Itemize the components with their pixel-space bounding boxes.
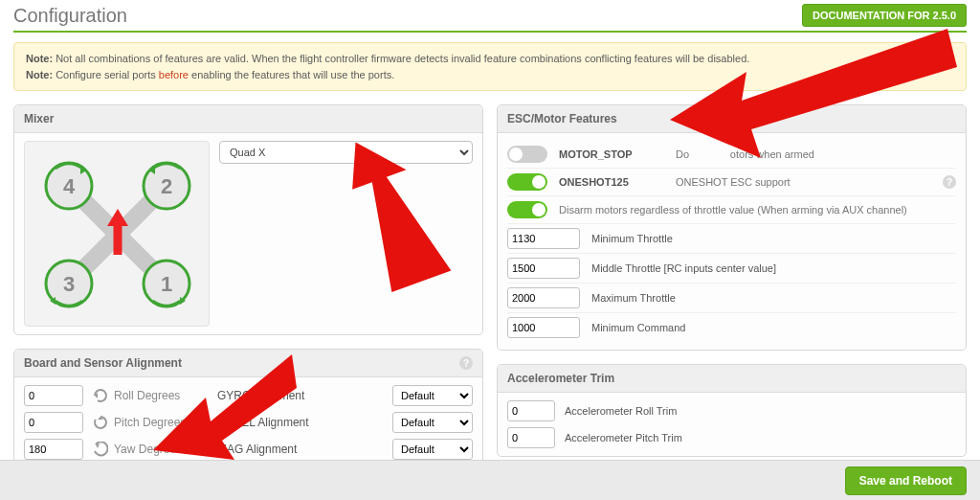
motor-stop-name: MOTOR_STOP	[559, 148, 664, 160]
mixer-diagram: 4 2	[24, 141, 210, 327]
disarm-toggle[interactable]	[507, 201, 547, 218]
gyro-alignment-select[interactable]: Default	[392, 385, 473, 406]
accel-trim-header: Accelerometer Trim	[498, 365, 966, 393]
motor-3-label: 3	[63, 272, 75, 296]
yaw-icon	[93, 442, 108, 457]
disarm-desc: Disarm motors regardless of throttle val…	[559, 204, 956, 216]
yaw-degrees-input[interactable]	[24, 439, 83, 460]
notice-box: Note: Not all combinations of features a…	[13, 42, 967, 91]
accel-roll-label: Accelerometer Roll Trim	[565, 405, 956, 417]
esc-panel-header: ESC/Motor Features	[498, 105, 966, 133]
oneshot-toggle[interactable]	[507, 173, 547, 191]
gyro-alignment-label: GYRO Alignment	[217, 389, 383, 402]
motor-stop-toggle[interactable]	[507, 146, 547, 163]
mid-throttle-input[interactable]	[507, 258, 580, 279]
mid-throttle-label: Middle Throttle [RC inputs center value]	[591, 262, 776, 274]
motor-stop-desc: Do otors when armed	[676, 148, 956, 160]
pitch-degrees-input[interactable]	[24, 412, 83, 433]
mag-alignment-label: MAG Alignment	[217, 443, 383, 456]
pitch-label-cell: Pitch Degrees	[93, 415, 208, 430]
motor-4-label: 4	[63, 174, 76, 198]
max-throttle-label: Maximum Throttle	[591, 292, 676, 304]
motor-1-label: 1	[161, 272, 172, 296]
min-command-input[interactable]	[507, 317, 580, 338]
note-line1: Not all combinations of features are val…	[56, 53, 749, 64]
help-icon[interactable]: ?	[943, 175, 956, 189]
page-title: Configuration	[13, 5, 127, 27]
roll-degrees-input[interactable]	[24, 385, 83, 406]
save-reboot-button[interactable]: Save and Reboot	[845, 466, 967, 495]
max-throttle-input[interactable]	[507, 287, 580, 308]
note-line2a: Configure serial ports	[56, 69, 156, 80]
pitch-icon	[93, 415, 108, 430]
pitch-degrees-label: Pitch Degrees	[114, 416, 186, 429]
mag-alignment-select[interactable]: Default	[392, 439, 473, 460]
yaw-label-cell: Yaw Degrees	[93, 442, 208, 457]
board-alignment-header: Board and Sensor Alignment ?	[14, 350, 482, 377]
documentation-button[interactable]: DOCUMENTATION FOR 2.5.0	[802, 4, 967, 27]
mixer-title: Mixer	[24, 112, 54, 125]
roll-icon	[93, 388, 108, 403]
mixer-panel-header: Mixer	[14, 105, 482, 133]
roll-degrees-label: Roll Degrees	[114, 389, 180, 402]
accel-trim-panel: Accelerometer Trim Accelerometer Roll Tr…	[497, 364, 967, 457]
esc-panel: ESC/Motor Features MOTOR_STOP Do otors w…	[497, 104, 967, 351]
note-before-word: before	[159, 69, 189, 80]
accel-pitch-label: Accelerometer Pitch Trim	[565, 432, 956, 443]
note-prefix-2: Note:	[26, 69, 53, 80]
board-alignment-title: Board and Sensor Alignment	[24, 356, 182, 370]
accel-alignment-label: ACCEL Alignment	[217, 416, 383, 429]
min-throttle-label: Minimum Throttle	[591, 233, 673, 244]
min-command-label: Minimum Command	[591, 322, 685, 333]
note-line2b: enabling the features that will use the …	[191, 69, 394, 80]
accel-roll-input[interactable]	[507, 400, 555, 421]
mixer-panel: Mixer 4	[13, 104, 483, 335]
roll-label-cell: Roll Degrees	[93, 388, 208, 403]
min-throttle-input[interactable]	[507, 228, 580, 249]
note-prefix: Note:	[26, 53, 53, 64]
oneshot-name: ONESHOT125	[559, 176, 664, 188]
accel-pitch-input[interactable]	[507, 427, 555, 448]
yaw-degrees-label: Yaw Degrees	[114, 443, 182, 456]
accel-trim-title: Accelerometer Trim	[507, 372, 614, 385]
accel-alignment-select[interactable]: Default	[392, 412, 473, 433]
motor-2-label: 2	[161, 174, 172, 198]
footer-bar: Save and Reboot	[0, 460, 980, 500]
header: Configuration DOCUMENTATION FOR 2.5.0	[13, 0, 967, 33]
mixer-type-select[interactable]: Quad X	[219, 141, 473, 164]
esc-title: ESC/Motor Features	[507, 112, 617, 125]
help-icon[interactable]: ?	[459, 356, 473, 370]
board-alignment-panel: Board and Sensor Alignment ? Roll Degree…	[13, 349, 483, 468]
oneshot-desc: ONESHOT ESC support	[676, 176, 931, 188]
